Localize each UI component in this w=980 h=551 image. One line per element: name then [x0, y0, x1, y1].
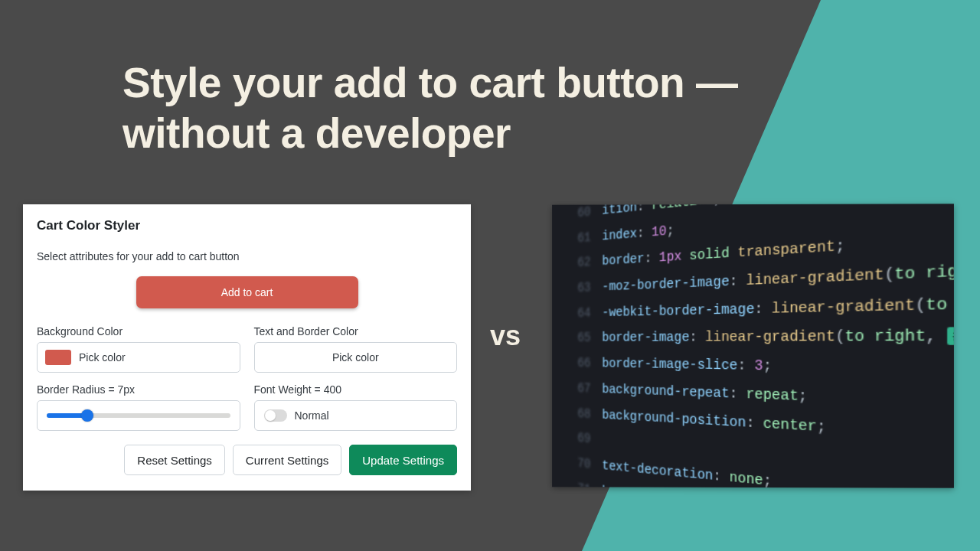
bg-color-swatch — [45, 350, 71, 365]
panel-title: Cart Color Styler — [37, 218, 457, 233]
panel-subtitle: Select attributes for your add to cart b… — [37, 250, 457, 262]
border-radius-slider[interactable] — [37, 400, 240, 431]
update-settings-button[interactable]: Update Settings — [349, 445, 457, 475]
bg-color-picker[interactable]: Pick color — [37, 342, 240, 373]
text-color-label: Text and Border Color — [254, 325, 458, 337]
vs-label: vs — [490, 320, 521, 352]
text-color-picker[interactable]: Pick color — [254, 342, 458, 373]
font-weight-toggle[interactable]: Normal — [254, 400, 458, 431]
slider-thumb[interactable] — [81, 409, 93, 422]
bg-color-pick-text: Pick color — [79, 351, 232, 364]
font-weight-option: Normal — [295, 409, 329, 422]
headline: Style your add to cart button — without … — [122, 57, 873, 158]
border-radius-label: Border Radius = 7px — [37, 383, 240, 396]
toggle-switch[interactable] — [264, 409, 287, 422]
current-settings-button[interactable]: Current Settings — [233, 445, 341, 475]
reset-settings-button[interactable]: Reset Settings — [124, 445, 225, 475]
add-to-cart-preview-button[interactable]: Add to cart — [136, 276, 358, 308]
styler-panel: Cart Color Styler Select attributes for … — [23, 204, 471, 491]
code-preview-image: 60ition: relative; 61index: 10; 62border… — [552, 204, 954, 487]
text-color-pick-text: Pick color — [263, 351, 449, 364]
bg-color-label: Background Color — [37, 325, 240, 337]
font-weight-label: Font Weight = 400 — [254, 383, 458, 396]
